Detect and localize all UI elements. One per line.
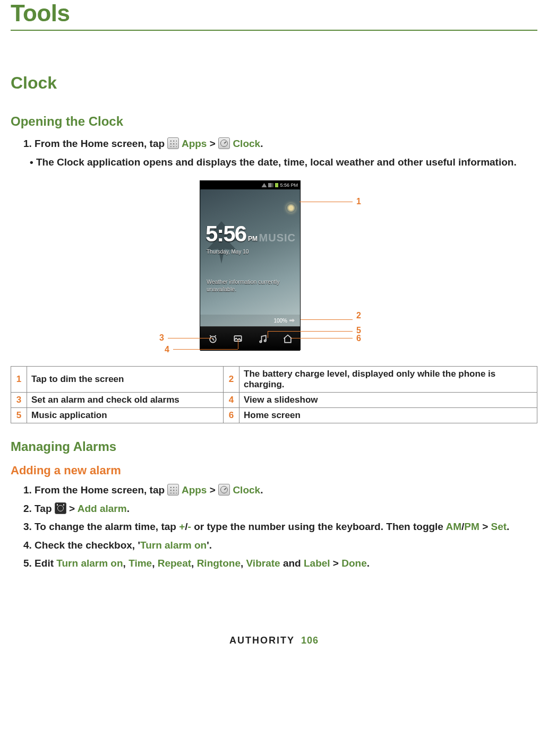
callout-3: 3 [159,333,164,343]
battery-row: 100% [200,315,300,326]
page-footer: AUTHORITY 106 [11,635,537,646]
pm-label: PM [464,521,480,532]
separator: > [69,503,78,514]
separator: > [210,138,218,149]
clock-time: 5:56 PM [206,221,258,247]
time-label: Time [129,558,152,569]
subsub-adding: Adding a new alarm [11,464,537,477]
text: 2. Tap [23,503,55,514]
title-divider [11,30,537,31]
home-icon [282,333,294,345]
label-label: Label [304,558,330,569]
managing-step-5: 5. Edit Turn alarm on, Time, Repeat, Rin… [23,556,537,571]
legend-num: 2 [224,367,239,393]
managing-step-4: 4. Check the checkbox, 'Turn alarm on'. [23,538,537,553]
legend-num: 1 [11,367,27,393]
comma: , [123,558,129,569]
table-row: 5 Music application 6 Home screen [11,408,537,423]
callout-line [301,319,353,320]
alarm-icon [55,502,66,514]
page-number: 106 [301,635,319,646]
callout-6: 6 [356,334,361,343]
text: 3. To change the alarm time, tap [23,521,179,532]
signal-icon [268,183,273,187]
add-alarm-label: Add alarm [78,503,127,514]
am-label: AM [446,521,462,532]
legend-desc: View a slideshow [239,393,537,408]
clock-label: Clock [233,484,260,496]
clock-date: Thursday, May 10 [207,249,249,255]
apps-icon [167,484,179,496]
callout-line [268,331,268,338]
brand-name: AUTHORITY [229,635,295,646]
status-bar: 5:56 PM [200,181,300,189]
legend-desc: Home screen [239,408,537,423]
callout-line [268,331,353,332]
clock-dock [200,326,300,351]
dim-button [286,203,296,213]
legend-num: 3 [11,393,27,408]
clock-icon [218,484,230,496]
subsection-managing: Managing Alarms [11,439,537,454]
callout-1: 1 [356,197,361,206]
weather-line-2: unavailable. [207,286,236,292]
text: 1. From the Home screen, tap [23,138,167,149]
callout-4: 4 [165,345,169,354]
phone-mock: 5:56 PM MUSIC 5:56 PM Thursday, May 10 W… [200,180,301,350]
managing-step-2: 2. Tap > Add alarm. [23,501,537,517]
subsection-opening: Opening the Clock [11,114,537,129]
apps-icon [167,137,179,149]
apps-label: Apps [182,484,207,496]
time-digits: 5:56 [206,221,246,247]
svg-point-2 [260,341,261,342]
separator: > [330,558,342,569]
turn-alarm-on-label: Turn alarm on [56,558,123,569]
legend-desc: The battery charge level, displayed only… [239,367,537,393]
clock-icon [218,137,230,149]
and: and [280,558,304,569]
legend-desc: Tap to dim the screen [27,367,224,393]
plug-icon [289,318,295,323]
period: . [127,503,130,514]
text: '. [207,540,212,551]
legend-desc: Set an alarm and check old alarms [27,393,224,408]
text: 4. Check the checkbox, ' [23,540,140,551]
vibrate-label: Vibrate [246,558,280,569]
status-time: 5:56 PM [280,183,298,188]
weather-text: Weather information currently unavailabl… [207,279,294,293]
comma: , [152,558,158,569]
callout-2: 2 [356,311,361,320]
callout-line [291,338,353,338]
legend-desc: Music application [27,408,224,423]
separator: > [480,521,491,532]
comma: , [241,558,246,569]
time-ampm: PM [248,235,258,242]
plus-label: + [179,521,185,532]
clock-wallpaper: MUSIC 5:56 PM Thursday, May 10 Weather i… [200,189,300,326]
alarm-icon [207,333,219,345]
callout-line [238,340,238,349]
text: or type the number using the keyboard. T… [191,521,446,532]
page-title: Tools [11,0,537,27]
repeat-label: Repeat [158,558,191,569]
opening-step-1: 1. From the Home screen, tap Apps > Cloc… [23,136,537,152]
text: 5. Edit [23,558,56,569]
weather-line-1: Weather information currently [207,279,280,285]
section-heading-clock: Clock [11,73,537,93]
legend-num: 5 [11,408,27,423]
music-icon [257,333,269,345]
callout-line [299,202,353,202]
wifi-icon [261,183,267,187]
ringtone-label: Ringtone [197,558,241,569]
callout-line [168,338,212,338]
battery-icon [275,183,278,187]
clock-label: Clock [233,138,260,149]
opening-bullet: The Clock application opens and displays… [30,155,537,170]
comma: , [191,558,197,569]
table-row: 1 Tap to dim the screen 2 The battery ch… [11,367,537,393]
apps-label: Apps [182,138,207,149]
text: 1. From the Home screen, tap [23,484,167,496]
table-row: 3 Set an alarm and check old alarms 4 Vi… [11,393,537,408]
managing-step-1: 1. From the Home screen, tap Apps > Cloc… [23,483,537,498]
battery-percent: 100% [273,318,287,324]
